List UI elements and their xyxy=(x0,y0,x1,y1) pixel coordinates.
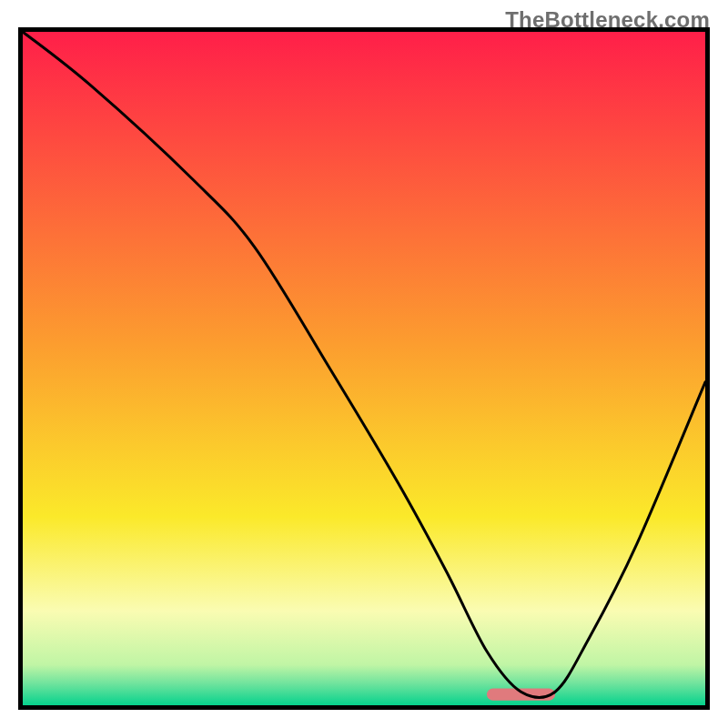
chart-container: TheBottleneck.com xyxy=(0,0,728,728)
gradient-background xyxy=(23,32,705,705)
watermark-label: TheBottleneck.com xyxy=(505,7,710,33)
bottleneck-chart xyxy=(0,0,728,728)
